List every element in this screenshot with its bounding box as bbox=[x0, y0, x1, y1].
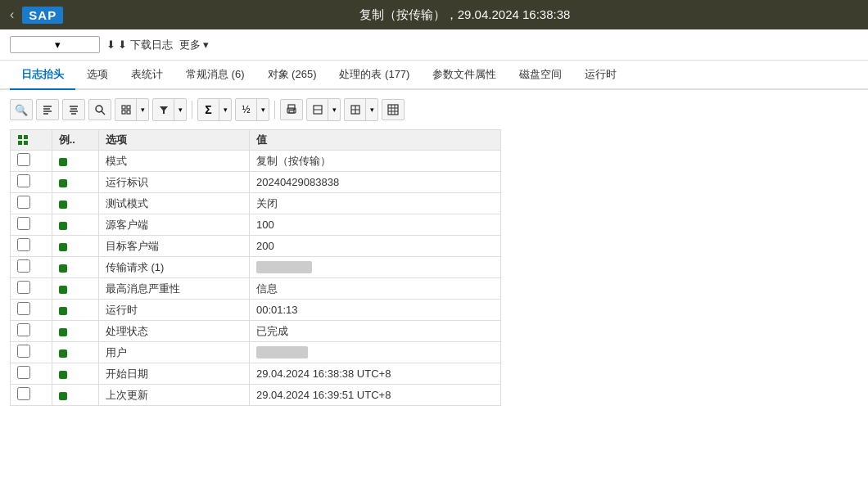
tab-processed-tables[interactable]: 处理的表 (177) bbox=[328, 61, 421, 90]
col-header-value: 值 bbox=[249, 130, 500, 151]
row-option: 测试模式 bbox=[98, 193, 249, 214]
layout1-arrow[interactable]: ▾ bbox=[328, 99, 340, 120]
row-status-icon bbox=[52, 257, 98, 278]
row-value: 信息 bbox=[249, 278, 500, 300]
align-center-button[interactable] bbox=[62, 99, 85, 120]
row-status-icon bbox=[52, 342, 98, 363]
grid-button[interactable] bbox=[382, 99, 405, 120]
row-option: 运行时 bbox=[98, 300, 249, 321]
tab-general-msg[interactable]: 常规消息 (6) bbox=[174, 61, 256, 90]
main-toolbar: ▾ ⬇ ⬇ 下载日志 更多 ▾ bbox=[0, 29, 868, 61]
row-option: 模式 bbox=[98, 151, 249, 172]
tab-table-stats[interactable]: 表统计 bbox=[120, 61, 174, 90]
row-value: 00:01:13 bbox=[249, 300, 500, 321]
table-row: 运行时00:01:13 bbox=[11, 300, 501, 321]
row-option: 运行标识 bbox=[98, 172, 249, 193]
row-option: 传输请求 (1) bbox=[98, 257, 249, 278]
row-value: XXXXXXX3 bbox=[249, 257, 500, 278]
svg-rect-17 bbox=[289, 110, 294, 113]
svg-rect-18 bbox=[293, 109, 295, 110]
svg-rect-31 bbox=[18, 141, 22, 145]
svg-rect-29 bbox=[18, 135, 22, 139]
toolbar-separator-1 bbox=[192, 101, 192, 119]
svg-rect-10 bbox=[122, 106, 125, 109]
more-label: 更多 bbox=[179, 38, 201, 52]
row-checkbox[interactable] bbox=[17, 302, 30, 315]
layout1-button[interactable] bbox=[307, 99, 328, 120]
col-header-checkbox bbox=[11, 130, 52, 151]
tab-objects[interactable]: 对象 (265) bbox=[256, 61, 328, 90]
toolbar-select[interactable]: ▾ bbox=[10, 36, 100, 53]
tab-runtime[interactable]: 运行时 bbox=[573, 61, 628, 90]
sort-dropdown[interactable]: ½ ▾ bbox=[235, 98, 269, 121]
filter-expand-button[interactable] bbox=[115, 99, 137, 120]
tab-param-attrs[interactable]: 参数文件属性 bbox=[421, 61, 508, 90]
toolbar-separator-2 bbox=[274, 101, 275, 119]
back-button[interactable]: ‹ bbox=[10, 7, 14, 22]
table-row: 开始日期29.04.2024 16:38:38 UTC+8 bbox=[11, 363, 501, 385]
table-row: 用户XXXXXXM bbox=[11, 342, 501, 363]
row-option: 上次更新 bbox=[98, 385, 249, 406]
sap-logo: SAP bbox=[22, 7, 63, 24]
filter-dropdown[interactable]: ▾ bbox=[152, 98, 187, 121]
filter-expand-arrow[interactable]: ▾ bbox=[137, 99, 148, 120]
blurred-value: XXXXXXX3 bbox=[256, 261, 312, 273]
row-checkbox[interactable] bbox=[17, 196, 30, 209]
row-option: 最高消息严重性 bbox=[98, 278, 249, 300]
search-icon-button[interactable]: 🔍 bbox=[10, 99, 33, 120]
tab-options[interactable]: 选项 bbox=[75, 61, 120, 90]
row-checkbox[interactable] bbox=[17, 345, 30, 358]
toolbar-select-arrow: ▾ bbox=[55, 38, 94, 51]
header-title: 复制（按传输），29.04.2024 16:38:38 bbox=[71, 7, 858, 23]
row-checkbox[interactable] bbox=[17, 238, 30, 251]
app-header: ‹ SAP 复制（按传输），29.04.2024 16:38:38 bbox=[0, 0, 868, 29]
row-checkbox[interactable] bbox=[17, 323, 30, 336]
row-checkbox[interactable] bbox=[17, 281, 30, 294]
filter-button[interactable] bbox=[153, 99, 174, 120]
svg-rect-32 bbox=[24, 141, 28, 145]
sum-dropdown[interactable]: Σ ▾ bbox=[197, 98, 232, 121]
row-status-icon bbox=[52, 236, 98, 257]
row-value: 29.04.2024 16:38:38 UTC+8 bbox=[249, 363, 500, 385]
row-status-icon bbox=[52, 321, 98, 342]
row-checkbox[interactable] bbox=[17, 259, 30, 273]
layout2-button[interactable] bbox=[345, 99, 366, 120]
sort-arrow[interactable]: ▾ bbox=[257, 99, 269, 120]
download-icon: ⬇ bbox=[106, 38, 115, 51]
align-left-button[interactable] bbox=[36, 99, 59, 120]
table-row: 处理状态已完成 bbox=[11, 321, 501, 342]
row-option: 目标客户端 bbox=[98, 236, 249, 257]
row-checkbox[interactable] bbox=[17, 174, 30, 187]
sort-button[interactable]: ½ bbox=[236, 99, 257, 120]
tab-disk-space[interactable]: 磁盘空间 bbox=[508, 61, 573, 90]
layout2-arrow[interactable]: ▾ bbox=[366, 99, 377, 120]
print-button[interactable] bbox=[280, 99, 303, 120]
sum-arrow[interactable]: ▾ bbox=[219, 99, 231, 120]
row-checkbox[interactable] bbox=[17, 217, 30, 230]
find-button[interactable] bbox=[88, 99, 111, 120]
row-option: 用户 bbox=[98, 342, 249, 363]
col-header-icon: 例.. bbox=[52, 130, 98, 151]
filter-expand-dropdown[interactable]: ▾ bbox=[115, 98, 149, 121]
row-value: 200 bbox=[249, 236, 500, 257]
row-checkbox[interactable] bbox=[17, 153, 30, 166]
download-log-button[interactable]: ⬇ ⬇ 下载日志 bbox=[106, 38, 173, 52]
more-button[interactable]: 更多 ▾ bbox=[179, 38, 209, 52]
row-value: 已完成 bbox=[249, 321, 500, 342]
row-value: 复制（按传输） bbox=[249, 151, 500, 172]
row-checkbox[interactable] bbox=[17, 366, 30, 379]
layout1-dropdown[interactable]: ▾ bbox=[306, 98, 341, 121]
filter-arrow[interactable]: ▾ bbox=[174, 99, 186, 120]
row-status-icon bbox=[52, 385, 98, 406]
more-arrow-icon: ▾ bbox=[203, 38, 209, 51]
sum-button[interactable]: Σ bbox=[198, 99, 219, 120]
toolbar-select-value bbox=[16, 38, 55, 51]
row-status-icon bbox=[52, 193, 98, 214]
tab-log-header[interactable]: 日志抬头 bbox=[10, 61, 75, 90]
layout2-dropdown[interactable]: ▾ bbox=[344, 98, 378, 121]
svg-marker-14 bbox=[160, 106, 168, 114]
svg-rect-11 bbox=[127, 106, 130, 109]
svg-line-9 bbox=[102, 111, 105, 115]
row-checkbox[interactable] bbox=[17, 387, 30, 400]
icon-toolbar: 🔍 ▾ ▾ Σ ▾ ½ ▾ bbox=[10, 98, 858, 121]
